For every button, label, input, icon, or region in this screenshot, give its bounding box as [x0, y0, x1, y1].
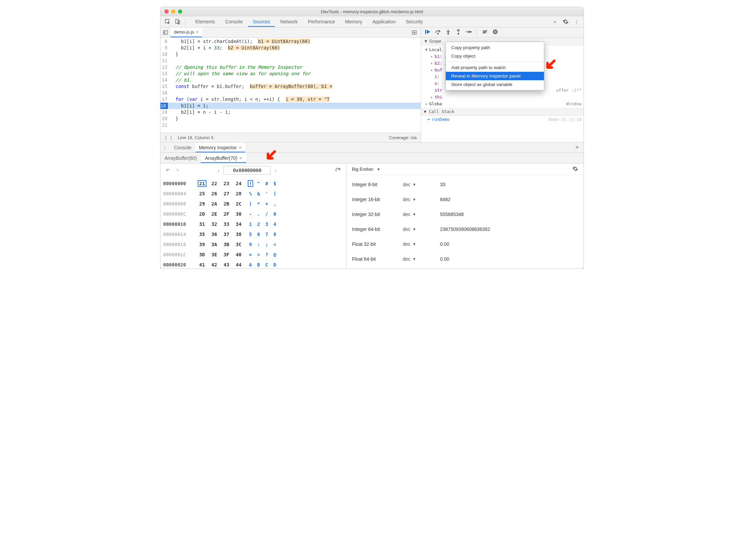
- hex-ascii[interactable]: D: [273, 262, 277, 267]
- step-into-icon[interactable]: [445, 29, 452, 36]
- hex-byte[interactable]: 21: [198, 181, 206, 186]
- hex-byte[interactable]: 30: [235, 211, 242, 217]
- hex-byte[interactable]: 39: [198, 242, 206, 247]
- scope-var-this[interactable]: ▸thi: [421, 93, 584, 100]
- tab-sources[interactable]: Sources: [248, 17, 275, 27]
- hex-ascii[interactable]: !: [248, 181, 253, 186]
- hex-byte[interactable]: 2C: [235, 201, 242, 207]
- ctx-store-global[interactable]: Store object as global variable: [446, 80, 544, 89]
- hex-byte[interactable]: 32: [211, 221, 218, 227]
- hex-ascii[interactable]: 8: [273, 232, 277, 237]
- scope-global[interactable]: ▸GlobaWindow: [421, 100, 584, 107]
- tab-application[interactable]: Application: [368, 17, 400, 27]
- close-icon[interactable]: ×: [239, 145, 241, 150]
- hex-ascii[interactable]: A: [248, 262, 253, 267]
- address-input[interactable]: [223, 166, 271, 175]
- hex-ascii[interactable]: 1: [248, 221, 253, 227]
- callstack-frame[interactable]: ➜ runDemo demo-js.js:18: [421, 116, 584, 123]
- hex-byte[interactable]: 38: [235, 232, 242, 237]
- run-snippet-icon[interactable]: [411, 30, 421, 35]
- hex-ascii[interactable]: 2: [257, 221, 261, 227]
- code-editor[interactable]: 89101112131415161718192021 b1[i] = str.c…: [160, 38, 421, 133]
- endian-select[interactable]: Big Endian ▼: [352, 167, 380, 172]
- hex-byte[interactable]: 28: [235, 191, 242, 196]
- close-icon[interactable]: ×: [196, 29, 199, 35]
- redo-icon[interactable]: ↷: [174, 167, 181, 174]
- step-over-icon[interactable]: [435, 29, 441, 35]
- hex-byte[interactable]: 2A: [211, 201, 218, 207]
- hex-ascii[interactable]: $: [273, 181, 277, 186]
- hex-ascii[interactable]: -: [248, 211, 253, 217]
- hex-byte[interactable]: 41: [198, 262, 206, 267]
- hex-byte[interactable]: 33: [223, 221, 230, 227]
- ctx-copy-object[interactable]: Copy object: [446, 52, 544, 60]
- callstack-header[interactable]: ▼ Call Stack: [421, 108, 584, 116]
- tab-performance[interactable]: Performance: [303, 17, 340, 27]
- drawer-tab-memory-inspector[interactable]: Memory Inspector ×: [195, 143, 245, 152]
- hex-byte[interactable]: 22: [211, 181, 218, 186]
- hex-ascii[interactable]: ,: [273, 201, 277, 207]
- encoding-select[interactable]: dec▼: [403, 256, 440, 262]
- hex-ascii[interactable]: <: [273, 242, 277, 247]
- pretty-print-icon[interactable]: { }: [165, 135, 172, 140]
- hex-byte[interactable]: 26: [211, 191, 218, 196]
- step-icon[interactable]: [465, 30, 472, 35]
- close-icon[interactable]: ×: [239, 155, 242, 161]
- tab-security[interactable]: Security: [401, 17, 428, 27]
- next-page-icon[interactable]: ›: [273, 167, 278, 174]
- navigator-toggle-icon[interactable]: [160, 30, 171, 35]
- hex-byte[interactable]: 34: [235, 221, 242, 227]
- tab-console[interactable]: Console: [220, 17, 247, 27]
- hex-ascii[interactable]: C: [265, 262, 269, 267]
- hex-byte[interactable]: 2F: [223, 211, 230, 217]
- hex-byte[interactable]: 43: [223, 262, 230, 267]
- hex-byte[interactable]: 35: [198, 232, 206, 237]
- undo-icon[interactable]: ↶: [164, 167, 172, 174]
- hex-byte[interactable]: 37: [223, 232, 230, 237]
- hex-byte[interactable]: 40: [235, 252, 242, 257]
- hex-ascii[interactable]: ': [265, 191, 269, 196]
- hex-byte[interactable]: 42: [211, 262, 218, 267]
- hex-ascii[interactable]: &: [257, 191, 261, 196]
- hex-byte[interactable]: 3B: [223, 242, 230, 247]
- buffer-tab[interactable]: ArrayBuffer(60): [160, 153, 201, 163]
- inspect-icon[interactable]: [163, 17, 172, 26]
- refresh-icon[interactable]: [333, 166, 343, 175]
- ctx-copy-path[interactable]: Copy property path: [446, 43, 544, 52]
- hex-byte[interactable]: 29: [198, 201, 206, 207]
- hex-ascii[interactable]: ": [257, 181, 261, 186]
- device-toggle-icon[interactable]: [173, 17, 182, 26]
- drawer-tab-console[interactable]: Console: [171, 143, 195, 152]
- hex-ascii[interactable]: ;: [265, 242, 269, 247]
- hex-ascii[interactable]: =: [248, 252, 253, 257]
- encoding-select[interactable]: dec▼: [403, 227, 440, 232]
- hex-ascii[interactable]: @: [273, 252, 277, 257]
- encoding-select[interactable]: dec▼: [403, 241, 440, 247]
- hex-ascii[interactable]: #: [265, 181, 269, 186]
- hex-ascii[interactable]: 3: [265, 221, 269, 227]
- hex-ascii[interactable]: 5: [248, 232, 253, 237]
- kebab-icon[interactable]: ⋮: [162, 145, 170, 150]
- hex-byte[interactable]: 3E: [211, 252, 218, 257]
- hex-byte[interactable]: 31: [198, 221, 206, 227]
- tab-memory[interactable]: Memory: [341, 17, 367, 27]
- hex-byte[interactable]: 23: [223, 181, 230, 186]
- hex-ascii[interactable]: :: [257, 242, 261, 247]
- encoding-select[interactable]: dec▼: [403, 212, 440, 217]
- hex-byte[interactable]: 3F: [223, 252, 230, 257]
- resume-icon[interactable]: [424, 29, 431, 35]
- hex-ascii[interactable]: +: [265, 201, 269, 207]
- hex-ascii[interactable]: (: [273, 191, 277, 196]
- hex-byte[interactable]: 24: [235, 181, 242, 186]
- hex-byte[interactable]: 3A: [211, 242, 218, 247]
- close-drawer-icon[interactable]: ×: [572, 144, 582, 151]
- encoding-select[interactable]: dec▼: [403, 182, 440, 187]
- hex-ascii[interactable]: >: [257, 252, 261, 257]
- hex-byte[interactable]: 3C: [235, 242, 242, 247]
- hex-byte[interactable]: 27: [223, 191, 230, 196]
- kebab-icon[interactable]: ⋮: [572, 17, 581, 26]
- ctx-add-watch[interactable]: Add property path to watch: [446, 63, 544, 72]
- ctx-reveal-memory[interactable]: Reveal in Memory Inspector panel: [446, 72, 544, 80]
- pause-exceptions-icon[interactable]: [492, 29, 499, 35]
- settings-icon[interactable]: [561, 17, 570, 26]
